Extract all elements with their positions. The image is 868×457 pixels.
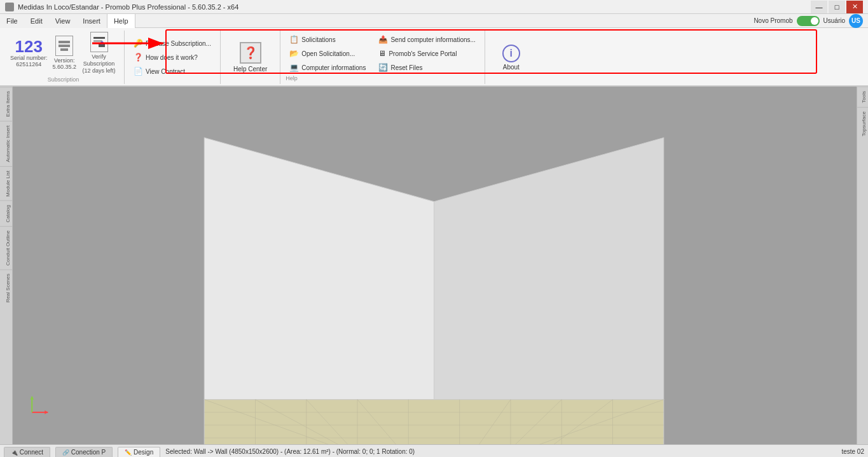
menu-file[interactable]: File	[0, 14, 24, 28]
menu-insert[interactable]: Insert	[76, 14, 107, 28]
reset-icon: 🔄	[378, 63, 388, 72]
computer-info-button[interactable]: 💻 Computer informations	[286, 61, 369, 74]
open-solicitation-icon: 📂	[289, 49, 299, 58]
usuario-label: Usuário	[823, 17, 845, 24]
connection-p-tab[interactable]: 🔗 Conection P	[55, 447, 113, 457]
novo-promob-label: Novo Promob	[754, 17, 792, 24]
computer-icon: 💻	[289, 63, 299, 72]
portal-icon: 🖥	[378, 49, 386, 58]
user-avatar[interactable]: US	[849, 14, 863, 28]
app-icon	[5, 3, 14, 11]
window-title: Medidas In Loco/Estandar - Promob Plus P…	[18, 3, 811, 11]
status-text: Selected: Wall -> Wall (4850x150x2600) -…	[165, 448, 836, 455]
tools-tab[interactable]: Tools	[857, 87, 868, 107]
promob-portal-button[interactable]: 🖥 Promob's Service Portal	[375, 47, 479, 60]
maximize-button[interactable]: □	[829, 1, 845, 13]
novo-promob-toggle[interactable]	[797, 16, 820, 26]
key-icon: 🔑	[134, 39, 143, 48]
menu-help[interactable]: Help	[107, 14, 135, 28]
title-bar: Medidas In Loco/Estandar - Promob Plus P…	[0, 0, 868, 14]
window-controls: — □ ✕	[811, 1, 863, 13]
reset-files-button[interactable]: 🔄 Reset Files	[375, 61, 479, 74]
menu-view[interactable]: View	[49, 14, 77, 28]
send-icon: 📤	[378, 35, 388, 44]
help-center-icon: ❓	[240, 42, 261, 64]
contract-icon: 📄	[134, 67, 143, 76]
menu-bar: File Edit View Insert Help	[0, 14, 135, 28]
serial-section: 123 Serial number: 62511264 Version: 5.6	[4, 31, 125, 84]
send-computer-info-button[interactable]: 📤 Send computer informations...	[375, 33, 479, 46]
status-bar: 🔌 Connect 🔗 Conection P ✏️ Design Select…	[0, 444, 868, 457]
serial-number-icon: 123	[15, 38, 43, 55]
view-contract-button[interactable]: 📄 View Contract	[130, 65, 215, 78]
connect-tab[interactable]: 🔌 Connect	[4, 447, 50, 457]
close-button[interactable]: ✕	[846, 1, 863, 13]
verify-subscription-text: Verify Subscription (12 days left)	[81, 53, 116, 74]
room-scene-svg	[0, 87, 868, 444]
question-icon: ❓	[134, 53, 143, 62]
solicitations-button[interactable]: 📋 Solicitations	[286, 33, 369, 46]
status-right-text: teste 02	[841, 448, 864, 455]
how-does-it-work-button[interactable]: ❓ How does it work?	[130, 51, 215, 64]
help-center-button[interactable]: ❓ Help Center	[228, 38, 272, 76]
subscription-section-label: Subscription	[48, 76, 79, 83]
help-section-label: Help	[286, 75, 479, 81]
solicitations-icon: 📋	[289, 35, 299, 44]
svg-marker-5	[204, 400, 664, 444]
minimize-button[interactable]: —	[811, 1, 827, 13]
open-solicitation-button[interactable]: 📂 Open Solicitation...	[286, 47, 369, 60]
about-icon: i	[502, 45, 520, 62]
ribbon: 123 Serial number: 62511264 Version: 5.6	[0, 28, 868, 87]
menu-edit[interactable]: Edit	[24, 14, 49, 28]
design-tab[interactable]: ✏️ Design	[118, 447, 160, 457]
right-panel: Tools Topsurface	[857, 87, 868, 444]
release-subscription-button[interactable]: 🔑 Release Subscription...	[130, 37, 215, 50]
viewport-3d[interactable]	[0, 87, 868, 444]
about-button[interactable]: i About	[495, 38, 527, 76]
version-text: Version: 5.60.35.2	[53, 57, 77, 70]
serial-number-text: Serial number: 62511264	[10, 55, 48, 67]
topsurface-tab[interactable]: Topsurface	[857, 107, 868, 140]
